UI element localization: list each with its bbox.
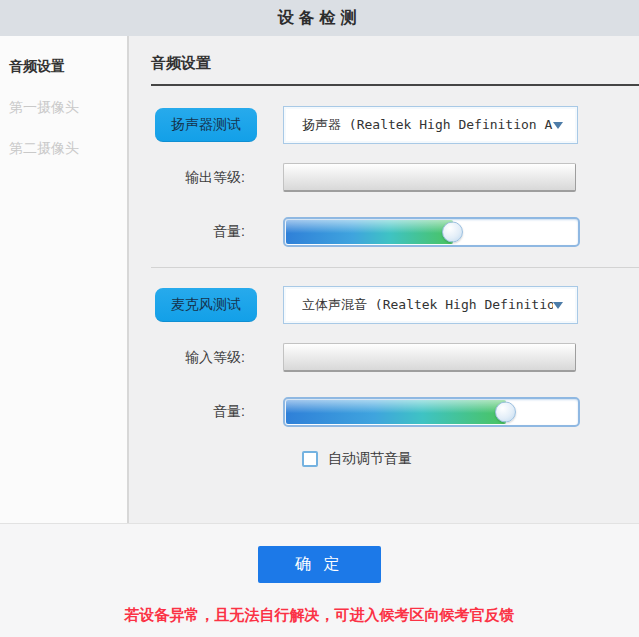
auto-volume-checkbox[interactable]	[302, 451, 318, 467]
input-level-row: 输入等级:	[151, 343, 639, 372]
sidebar-item-camera-2[interactable]: 第二摄像头	[0, 140, 127, 156]
microphone-test-row: 麦克风测试 立体声混音 (Realtek High Definition Aud…	[151, 286, 639, 324]
app-body: 音频设置 第一摄像头 第二摄像头 音频设置 扬声器测试 扬声器 (Realtek…	[0, 36, 639, 524]
microphone-volume-fill	[286, 400, 506, 424]
input-level-label: 输入等级:	[151, 349, 283, 367]
speaker-volume-handle[interactable]	[442, 222, 463, 243]
output-level-meter	[283, 163, 576, 192]
speaker-volume-row: 音量:	[151, 217, 639, 247]
microphone-volume-label: 音量:	[151, 403, 283, 421]
confirm-button[interactable]: 确 定	[258, 546, 381, 583]
sidebar: 音频设置 第一摄像头 第二摄像头	[0, 36, 129, 523]
auto-volume-label[interactable]: 自动调节音量	[328, 450, 412, 468]
microphone-volume-handle[interactable]	[495, 402, 516, 423]
speaker-device-value: 扬声器 (Realtek High Definition Audio)	[302, 116, 553, 134]
auto-adjust-option[interactable]: 自动调节音量	[302, 450, 412, 468]
microphone-volume-slider[interactable]	[283, 397, 580, 427]
microphone-volume-row: 音量:	[151, 397, 639, 427]
content-panel: 音频设置 扬声器测试 扬声器 (Realtek High Definition …	[129, 36, 639, 523]
input-level-meter	[283, 343, 576, 372]
page-title: 设备检测	[278, 8, 362, 29]
speaker-volume-label: 音量:	[151, 223, 283, 241]
speaker-device-select[interactable]: 扬声器 (Realtek High Definition Audio)	[283, 106, 578, 144]
chevron-down-icon	[553, 122, 563, 129]
footer: 确 定 若设备异常，且无法自行解决，可进入候考区向候考官反馈	[0, 524, 639, 637]
auto-adjust-row: 自动调节音量	[151, 450, 639, 468]
speaker-test-row: 扬声器测试 扬声器 (Realtek High Definition Audio…	[151, 106, 639, 144]
section-title: 音频设置	[151, 54, 639, 86]
section-divider	[151, 267, 639, 268]
sidebar-item-camera-1[interactable]: 第一摄像头	[0, 99, 127, 115]
microphone-device-value: 立体声混音 (Realtek High Definition Audio)	[302, 296, 553, 314]
microphone-test-button[interactable]: 麦克风测试	[155, 288, 257, 322]
speaker-volume-slider[interactable]	[283, 217, 580, 247]
chevron-down-icon	[553, 302, 563, 309]
device-issue-notice: 若设备异常，且无法自行解决，可进入候考区向候考官反馈	[125, 606, 515, 625]
microphone-device-select[interactable]: 立体声混音 (Realtek High Definition Audio)	[283, 286, 578, 324]
app-header: 设备检测	[0, 0, 639, 36]
speaker-test-button[interactable]: 扬声器测试	[155, 108, 257, 142]
speaker-volume-fill	[286, 220, 453, 244]
sidebar-item-audio-settings[interactable]: 音频设置	[0, 58, 127, 74]
output-level-label: 输出等级:	[151, 169, 283, 187]
audio-settings-form: 扬声器测试 扬声器 (Realtek High Definition Audio…	[151, 106, 639, 468]
output-level-row: 输出等级:	[151, 163, 639, 192]
